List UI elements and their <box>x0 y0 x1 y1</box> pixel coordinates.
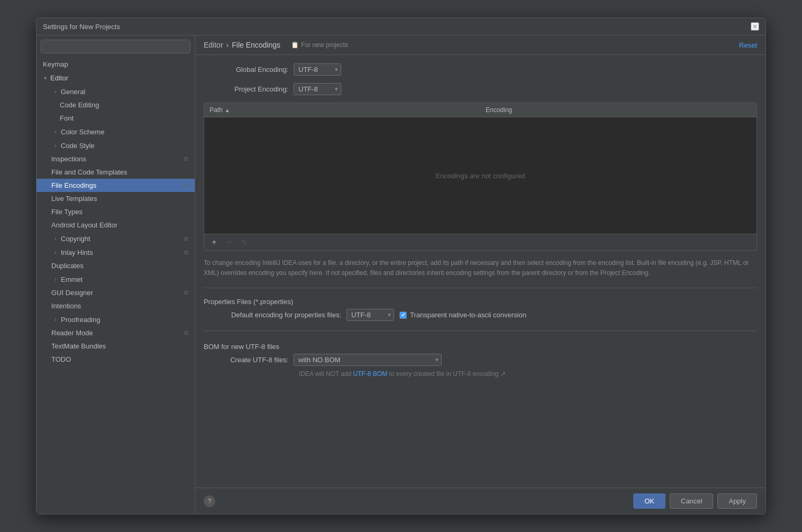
main-header: Editor › File Encodings 📋 For new projec… <box>195 35 765 55</box>
sidebar-item-inlay-hints[interactable]: › Inlay Hints ⧉ <box>37 245 195 259</box>
sidebar-item-reader-mode[interactable]: Reader Mode ⧉ <box>37 326 195 340</box>
for-new-projects: 📋 For new projects <box>291 41 348 49</box>
close-button[interactable]: × <box>751 22 759 31</box>
create-utf-row: Create UTF-8 files: with NO BOM with BOM <box>204 354 757 366</box>
sidebar-item-font[interactable]: Font <box>37 112 195 125</box>
project-encoding-select-wrapper: UTF-8 <box>294 83 341 95</box>
sidebar-item-emmet[interactable]: › Emmet <box>37 272 195 286</box>
add-encoding-button[interactable]: + <box>208 236 220 248</box>
divider-1 <box>204 288 757 288</box>
sort-arrow-icon: ▲ <box>225 107 230 113</box>
sidebar-item-general[interactable]: › General <box>37 85 195 98</box>
table-toolbar: + − ✎ <box>204 234 757 250</box>
sidebar-item-color-scheme[interactable]: › Color Scheme <box>37 125 195 139</box>
sidebar-item-textmate-bundles[interactable]: TextMate Bundles <box>37 340 195 353</box>
chevron-right-icon-cp: › <box>51 234 60 243</box>
sidebar-item-keymap[interactable]: Keymap <box>37 58 195 71</box>
sidebar-item-android-layout-editor[interactable]: Android Layout Editor <box>37 218 195 232</box>
transparent-conversion-label: Transparent native-to-ascii conversion <box>410 311 526 319</box>
bom-section-title: BOM for new UTF-8 files <box>204 343 757 351</box>
for-new-projects-label: For new projects <box>301 41 348 49</box>
dialog-footer: ? OK Cancel Apply <box>195 488 765 514</box>
empty-message: Encodings are not configured <box>435 172 525 180</box>
create-utf-select[interactable]: with NO BOM with BOM <box>294 354 442 366</box>
nav-tree: Keymap ▾ Editor › General Code Editing <box>37 58 195 514</box>
sidebar-item-file-code-templates[interactable]: File and Code Templates <box>37 166 195 179</box>
chevron-down-icon: ▾ <box>41 74 49 82</box>
chevron-right-icon-code: › <box>51 141 60 150</box>
sidebar-item-editor[interactable]: ▾ Editor <box>37 71 195 85</box>
path-column-header[interactable]: Path ▲ <box>204 103 480 117</box>
idea-note-prefix: IDEA will NOT add <box>299 370 353 378</box>
divider-2 <box>204 331 757 331</box>
sidebar-item-code-style[interactable]: › Code Style <box>37 139 195 152</box>
default-encoding-label: Default encoding for properties files: <box>204 311 341 319</box>
sidebar-item-file-encodings[interactable]: File Encodings ⧉ <box>37 179 195 192</box>
sidebar-item-copyright[interactable]: › Copyright ⧉ <box>37 232 195 245</box>
reset-button[interactable]: Reset <box>739 41 757 49</box>
create-utf-label: Create UTF-8 files: <box>204 356 288 364</box>
chevron-right-icon-cs: › <box>51 127 60 136</box>
global-encoding-row: Global Encoding: UTF-8 <box>204 63 757 76</box>
sidebar-item-gui-designer[interactable]: GUI Designer ⧉ <box>37 286 195 299</box>
idea-note-suffix: to every created file in UTF-8 encoding <box>387 370 498 378</box>
copy-icon-inspections: ⧉ <box>184 155 188 162</box>
main-panel: Global Encoding: UTF-8 Project Encoding:… <box>195 55 765 488</box>
sidebar-item-inspections[interactable]: Inspections ⧉ <box>37 152 195 166</box>
apply-button[interactable]: Apply <box>717 493 757 509</box>
table-header: Path ▲ Encoding <box>204 103 757 117</box>
utf8-bom-link[interactable]: UTF-8 BOM <box>353 370 387 378</box>
copy-icon-file-encodings: ⧉ <box>184 182 188 189</box>
properties-encoding-row: Default encoding for properties files: U… <box>204 309 757 321</box>
copy-icon-reader-mode: ⧉ <box>184 329 188 336</box>
breadcrumb-parent: Editor <box>204 41 223 49</box>
breadcrumb-current: File Encodings <box>232 41 280 49</box>
sidebar-item-duplicates[interactable]: Duplicates <box>37 259 195 272</box>
project-encoding-label: Project Encoding: <box>204 85 288 93</box>
settings-dialog: Settings for New Projects × Keymap ▾ Edi… <box>36 17 766 515</box>
transparent-checkbox-row: Transparent native-to-ascii conversion <box>399 311 526 319</box>
global-encoding-select-wrapper: UTF-8 <box>294 63 341 76</box>
properties-encoding-select-wrapper: UTF-8 <box>347 309 394 321</box>
bom-section: BOM for new UTF-8 files Create UTF-8 fil… <box>204 343 757 378</box>
ok-button[interactable]: OK <box>633 493 666 509</box>
create-utf-select-wrapper: with NO BOM with BOM <box>294 354 442 366</box>
path-encoding-table: Path ▲ Encoding Encodings are not config… <box>204 103 757 251</box>
search-input[interactable] <box>41 40 190 53</box>
chevron-right-icon-em: › <box>51 275 60 283</box>
breadcrumb-sep: › <box>226 41 229 49</box>
transparent-conversion-checkbox[interactable] <box>399 311 407 319</box>
sidebar: Keymap ▾ Editor › General Code Editing <box>37 35 195 514</box>
sidebar-item-file-types[interactable]: File Types <box>37 205 195 218</box>
sidebar-item-live-templates[interactable]: Live Templates <box>37 192 195 205</box>
document-icon: 📋 <box>291 41 299 49</box>
edit-encoding-button[interactable]: ✎ <box>238 236 250 248</box>
encoding-column-header[interactable]: Encoding <box>480 103 757 117</box>
properties-section-title: Properties Files (*.properties) <box>204 298 757 306</box>
help-button[interactable]: ? <box>204 496 215 507</box>
copy-icon-gui-designer: ⧉ <box>184 289 188 296</box>
sidebar-item-todo[interactable]: TODO <box>37 353 195 366</box>
title-bar: Settings for New Projects × <box>37 18 765 35</box>
project-encoding-row: Project Encoding: UTF-8 <box>204 83 757 95</box>
cancel-button[interactable]: Cancel <box>670 493 713 509</box>
chevron-right-icon: › <box>51 87 60 96</box>
remove-encoding-button[interactable]: − <box>223 236 235 248</box>
copy-icon-inlay-hints: ⧉ <box>184 249 188 256</box>
project-encoding-select[interactable]: UTF-8 <box>294 83 341 95</box>
global-encoding-select[interactable]: UTF-8 <box>294 63 341 76</box>
chevron-right-icon-ih: › <box>51 248 60 256</box>
main-content: Editor › File Encodings 📋 For new projec… <box>195 35 765 514</box>
global-encoding-label: Global Encoding: <box>204 66 288 74</box>
sidebar-item-intentions[interactable]: Intentions <box>37 299 195 313</box>
sidebar-item-code-editing[interactable]: Code Editing <box>37 98 195 112</box>
sidebar-item-proofreading[interactable]: › Proofreading <box>37 313 195 326</box>
table-body: Encodings are not configured <box>204 117 757 234</box>
chevron-right-icon-pr: › <box>51 315 60 324</box>
external-link-icon: ↗ <box>500 370 506 378</box>
idea-note: IDEA will NOT add UTF-8 BOM to every cre… <box>299 370 757 378</box>
info-text: To change encoding IntelliJ IDEA uses fo… <box>204 258 757 278</box>
dialog-body: Keymap ▾ Editor › General Code Editing <box>37 35 765 514</box>
properties-encoding-select[interactable]: UTF-8 <box>347 309 394 321</box>
properties-section: Properties Files (*.properties) Default … <box>204 298 757 321</box>
